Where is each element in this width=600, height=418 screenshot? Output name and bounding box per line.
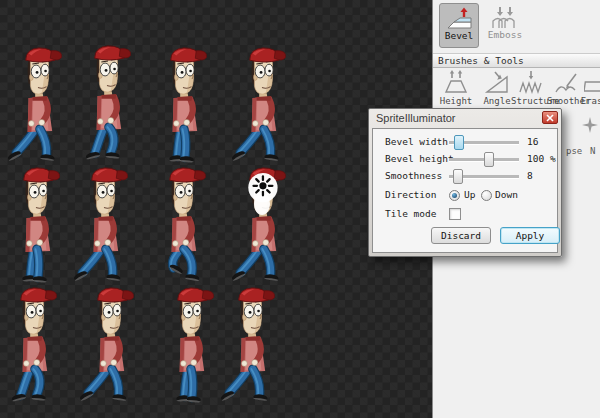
smoothness-slider-thumb[interactable] [453,169,463,184]
walking-character-sprite [2,166,70,285]
walking-character-sprite [148,166,216,285]
close-button[interactable] [542,111,558,124]
sprite-frame [217,286,285,405]
sprite-frame [148,166,216,285]
direction-up-radio[interactable] [449,190,460,201]
sprite-frame [156,286,224,405]
bevel-height-value: 100 % [527,153,556,164]
structure-tool-label: Structure [511,96,551,106]
angle-tool-icon [484,70,510,94]
bevel-mode-label: Bevel [440,30,478,41]
tool-structure[interactable]: Structure [511,70,551,110]
walking-character-sprite [217,286,285,405]
dialog-title: SpriteIlluminator [376,112,455,124]
next-tool-partial-label[interactable]: N [590,146,595,156]
bevel-height-label: Bevel height [385,153,454,164]
eraser-tool-icon [584,70,600,94]
direction-down-radio[interactable] [481,190,492,201]
brushes-tools-title: Brushes & Tools [438,55,524,66]
height-tool-icon [443,70,469,94]
walking-character-sprite [4,46,72,165]
walking-character-sprite [156,286,224,405]
sprite-frame [149,46,217,165]
sprite-frame [76,286,144,405]
sprite-frame [70,166,138,285]
sprite-illuminator-dialog: SpriteIlluminator Bevel width 16 Bevel h… [368,108,562,257]
emboss-mode-label: Emboss [482,29,528,40]
dialog-titlebar[interactable]: SpriteIlluminator [372,109,558,128]
direction-up-label[interactable]: Up [464,189,475,200]
structure-tool-icon [518,70,544,94]
walking-character-sprite [228,46,296,165]
bevel-width-slider-thumb[interactable] [454,135,464,150]
smoothness-label: Smoothness [385,170,442,181]
walking-character-sprite [0,286,67,405]
tile-mode-checkbox[interactable] [449,208,461,220]
apply-button[interactable]: Apply [500,227,560,244]
sparkle-tool-icon[interactable] [581,116,599,134]
sprite-frame [228,46,296,165]
bevel-width-slider[interactable] [449,141,519,145]
app-window: Bevel Emboss Brushes & Tools He [0,0,600,418]
close-icon [546,114,554,122]
walking-character-sprite [76,286,144,405]
direction-down-label[interactable]: Down [495,189,518,200]
walking-character-sprite [73,44,141,163]
tool-eraser[interactable]: Eraser [577,70,600,110]
ellipse-tool-partial-label[interactable]: pse [566,146,582,156]
bevel-height-slider-thumb[interactable] [484,152,494,167]
emboss-icon [491,6,519,30]
walking-character-sprite [228,166,296,285]
sprite-frame [73,44,141,163]
emboss-mode-button[interactable]: Emboss [482,3,528,46]
sprite-frame [4,46,72,165]
discard-button[interactable]: Discard [431,227,491,244]
tool-height[interactable]: Height [436,70,476,110]
height-tool-label: Height [436,96,476,106]
walking-character-sprite [149,46,217,165]
sprite-frame [228,166,296,285]
brushes-tools-header: Brushes & Tools [433,53,600,68]
eraser-tool-label: Eraser [577,96,600,106]
smoothness-slider[interactable] [449,175,519,179]
bevel-mode-button[interactable]: Bevel [439,3,479,48]
sprite-frame [0,286,67,405]
dialog-body: Bevel width 16 Bevel height 100 % Smooth… [372,128,558,253]
smoothness-value: 8 [527,170,533,181]
walking-character-sprite [70,166,138,285]
bevel-width-label: Bevel width [385,136,448,147]
direction-label: Direction [385,189,436,200]
bevel-icon [445,7,473,31]
tile-mode-label: Tile mode [385,208,436,219]
bevel-width-value: 16 [527,136,538,147]
bevel-height-slider[interactable] [449,158,519,162]
sprite-frame [2,166,70,285]
